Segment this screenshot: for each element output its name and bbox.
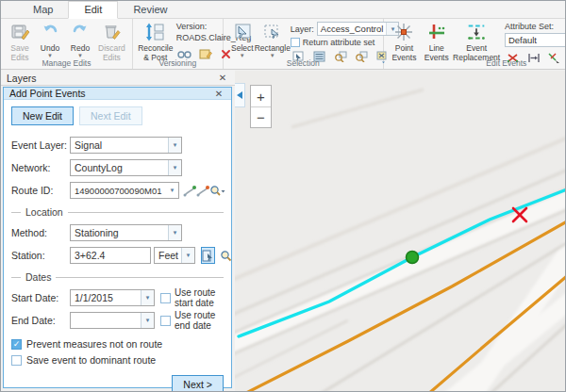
redo-icon xyxy=(69,21,92,43)
station-zoom-icon[interactable] xyxy=(220,248,233,263)
map-zoom-control: + − xyxy=(250,85,272,128)
aerial-roads-texture xyxy=(235,90,566,392)
tab-map[interactable]: Map xyxy=(18,2,68,18)
select-dropdown-caret[interactable]: ▼ xyxy=(240,54,245,57)
line-events-icon xyxy=(425,21,448,43)
rectangle-dropdown-caret[interactable]: ▼ xyxy=(270,54,275,57)
end-date-arrow[interactable]: ▼ xyxy=(141,313,154,328)
location-section-label: Location xyxy=(25,206,63,218)
ribbon: Save Edits Undo ▼ Redo ▼ xyxy=(1,19,565,70)
left-dock: Layers ✕ Add Point Events ✕ New Edit Nex… xyxy=(1,71,235,392)
route-from-map-icon[interactable] xyxy=(183,183,196,198)
return-attribute-set-label: Return attribute set xyxy=(303,38,375,47)
use-route-start-date-checkbox[interactable] xyxy=(160,293,171,303)
event-layer-label: Event Layer: xyxy=(11,139,70,151)
route-id-label: Route ID: xyxy=(11,185,70,196)
zoom-in-button[interactable]: + xyxy=(251,86,271,106)
discard-edits-button[interactable]: Discard Edits xyxy=(95,20,128,64)
network-select[interactable]: CountyLog ▼ xyxy=(70,159,182,176)
point-event-marker[interactable] xyxy=(407,252,419,264)
next-edit-button[interactable]: Next Edit xyxy=(79,106,142,125)
select-icon xyxy=(231,21,254,43)
reconcile-post-button[interactable]: Reconcile & Post xyxy=(137,20,175,64)
redo-dropdown-caret[interactable]: ▼ xyxy=(77,54,83,57)
prevent-measures-checkbox[interactable]: ✓ xyxy=(11,339,22,350)
route-zoom-icon[interactable] xyxy=(209,183,225,198)
layers-pane-header[interactable]: Layers ✕ xyxy=(1,71,235,86)
end-date-label: End Date: xyxy=(11,315,70,326)
add-point-events-title: Add Point Events xyxy=(9,88,212,99)
point-events-button[interactable]: Point Events xyxy=(388,20,421,64)
use-route-end-date-label: Use route end date xyxy=(175,310,224,331)
group-selection: Select ▼ Rectangle ▼ Layer: Access_Contr… xyxy=(224,19,384,69)
tab-review[interactable]: Review xyxy=(118,2,182,18)
add-point-events-header[interactable]: Add Point Events ✕ xyxy=(4,88,231,100)
group-label-versioning: Versioning xyxy=(133,58,223,69)
unit-select[interactable]: Feet ▼ xyxy=(154,247,195,264)
panel-collapse-tab[interactable] xyxy=(235,83,245,107)
attribute-set-label: Attribute Set: xyxy=(505,22,566,31)
ribbon-tab-strip: Map Edit Review xyxy=(1,1,565,19)
collapse-left-icon xyxy=(237,91,242,99)
network-arrow[interactable]: ▼ xyxy=(168,160,181,175)
discard-icon xyxy=(100,21,123,43)
group-label-edit-events: Edit Events xyxy=(384,58,566,69)
event-replacement-icon xyxy=(465,21,488,43)
return-attribute-set-checkbox[interactable] xyxy=(291,38,300,47)
end-date-picker[interactable]: ▼ xyxy=(70,312,155,329)
add-point-events-panel: Add Point Events ✕ New Edit Next Edit Ev… xyxy=(3,87,232,388)
rectangle-select-icon xyxy=(261,21,284,43)
event-layer-select[interactable]: Signal ▼ xyxy=(70,137,182,154)
group-label-selection: Selection xyxy=(224,58,383,69)
undo-icon xyxy=(39,21,61,43)
save-dominant-route-label: Save event to dominant route xyxy=(26,354,156,366)
select-button[interactable]: Select ▼ xyxy=(227,20,258,58)
route-select-icon[interactable] xyxy=(196,183,209,198)
event-replacement-button[interactable]: Event Replacement xyxy=(452,20,501,64)
undo-button[interactable]: Undo ▼ xyxy=(35,20,65,58)
attribute-set-select[interactable]: Default ▼ xyxy=(505,33,566,47)
layers-pane-title: Layers xyxy=(7,73,216,84)
start-date-picker[interactable]: 1/1/2015 ▼ xyxy=(70,289,155,306)
network-label: Network: xyxy=(11,162,70,173)
start-date-label: Start Date: xyxy=(11,292,70,303)
start-date-arrow[interactable]: ▼ xyxy=(141,290,154,305)
event-layer-arrow[interactable]: ▼ xyxy=(168,138,181,153)
map-canvas xyxy=(235,71,566,392)
layers-close-icon[interactable]: ✕ xyxy=(216,73,229,83)
zoom-out-button[interactable]: − xyxy=(251,106,271,127)
redo-button[interactable]: Redo ▼ xyxy=(65,20,95,58)
station-input[interactable]: 3+62.4 xyxy=(70,247,151,264)
undo-dropdown-caret[interactable]: ▼ xyxy=(47,54,53,57)
point-events-icon xyxy=(392,21,415,43)
location-section-separator: Location xyxy=(11,206,224,218)
arcgis-window: Map Edit Review Save Edits Undo ▼ xyxy=(0,0,566,392)
rectangle-select-button[interactable]: Rectangle ▼ xyxy=(258,20,288,58)
group-label-manage-edits: Manage Edits xyxy=(1,58,132,69)
save-dominant-route-checkbox[interactable] xyxy=(11,355,22,366)
next-button[interactable]: Next > xyxy=(172,375,224,392)
method-select[interactable]: Stationing ▼ xyxy=(70,224,182,241)
map-view[interactable]: + − xyxy=(235,71,566,392)
layer-label: Layer: xyxy=(291,24,314,34)
prevent-measures-label: Prevent measures not on route xyxy=(26,338,162,350)
group-edit-events: Point Events Line Events Event Replaceme… xyxy=(384,19,566,69)
add-point-events-close-icon[interactable]: ✕ xyxy=(212,89,225,99)
tab-edit[interactable]: Edit xyxy=(68,1,118,19)
dates-section-label: Dates xyxy=(25,271,51,283)
save-icon xyxy=(8,21,31,43)
use-route-start-date-label: Use route start date xyxy=(175,287,224,308)
new-edit-button[interactable]: New Edit xyxy=(11,106,74,125)
station-label: Station: xyxy=(11,250,70,261)
route-id-arrow[interactable]: ▼ xyxy=(165,183,178,198)
line-events-button[interactable]: Line Events xyxy=(421,20,452,64)
pick-location-button[interactable] xyxy=(201,247,215,264)
group-versioning: Reconcile & Post Version: ROADS.Claire_R… xyxy=(133,19,224,69)
group-manage-edits: Save Edits Undo ▼ Redo ▼ xyxy=(1,19,133,69)
route-id-combo[interactable]: 14900000700090M01 ▼ xyxy=(70,182,179,199)
method-arrow[interactable]: ▼ xyxy=(168,225,181,240)
method-label: Method: xyxy=(11,227,70,238)
unit-arrow[interactable]: ▼ xyxy=(181,248,194,263)
save-edits-button[interactable]: Save Edits xyxy=(5,20,35,64)
use-route-end-date-checkbox[interactable] xyxy=(160,316,171,326)
